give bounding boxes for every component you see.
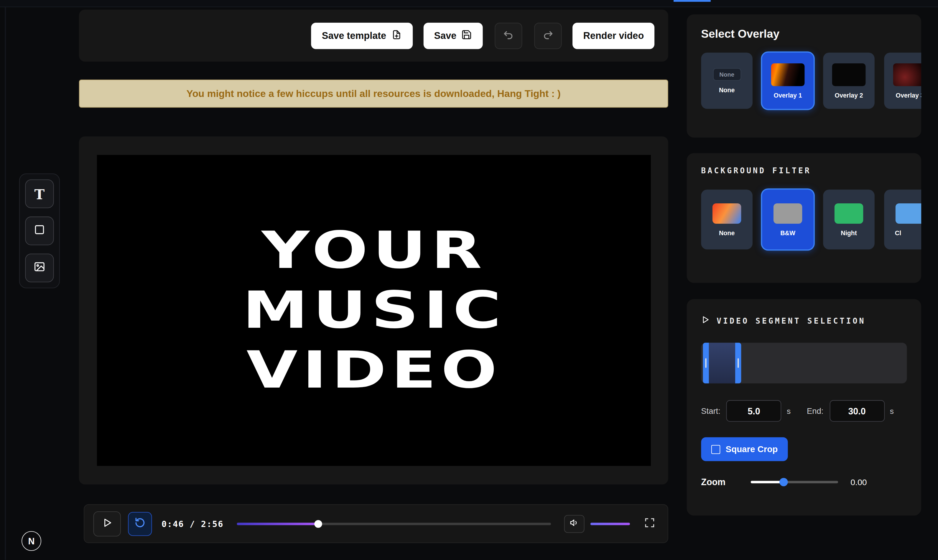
volume-icon [569,518,579,529]
time-display: 0:46 / 2:56 [161,519,223,528]
overlay-option-label: None [719,86,735,93]
zoom-slider[interactable] [750,481,838,483]
filter-option-none[interactable]: None [701,189,753,249]
filter-option-night[interactable]: Night [823,189,875,249]
render-video-label: Render video [583,30,644,41]
filter-bw-swatch [773,203,802,223]
segment-handle-start[interactable] [703,343,709,383]
volume-slider[interactable] [590,523,630,525]
seek-bar-fill [237,523,318,525]
text-tool-button[interactable]: T [25,180,54,208]
seek-bar[interactable] [237,523,551,525]
video-preview[interactable]: YOUR MUSIC VIDEO [97,155,651,466]
zoom-row: Zoom 0.00 [701,477,907,487]
left-edge-divider [5,7,6,560]
end-unit: s [890,406,894,415]
filter-option-label: B&W [780,229,795,236]
undo-icon [503,29,515,42]
segment-panel-title: VIDEO SEGMENT SELECTION [717,316,866,325]
top-accent-bar [674,0,711,2]
video-title-line-3: VIDEO [242,340,506,400]
overlay-option-1[interactable]: Overlay 1 [762,53,813,109]
notice-text: You might notice a few hiccups until all… [187,88,561,99]
redo-icon [542,29,554,42]
segment-header: VIDEO SEGMENT SELECTION [701,314,907,327]
save-template-label: Save template [322,30,386,41]
square-crop-label: Square Crop [726,445,778,454]
overlay-option-label: Overlay 3 [896,91,921,98]
handle-grip-icon [738,358,739,368]
overlay-none-badge: None [713,68,741,81]
square-crop-button[interactable]: Square Crop [701,437,788,461]
segment-timeline[interactable] [701,343,907,383]
overlay-option-2[interactable]: Overlay 2 [823,53,875,109]
square-crop-icon [711,445,720,454]
image-tool-button[interactable] [25,254,54,282]
render-video-button[interactable]: Render video [572,22,655,49]
overlay-1-thumbnail [771,63,805,86]
segment-panel: VIDEO SEGMENT SELECTION Start: s End: s … [687,299,921,516]
start-unit: s [787,406,790,415]
overlay-2-thumbnail [832,63,866,86]
zoom-slider-thumb[interactable] [780,477,788,486]
overlay-option-none[interactable]: None None [701,53,753,109]
play-icon [102,517,112,530]
overlay-card-row: None None Overlay 1 Overlay 2 Overlay 3 [701,53,907,109]
play-outline-icon [701,314,710,327]
restart-loop-button[interactable] [128,512,152,535]
overlay-option-label: Overlay 1 [774,91,802,98]
video-title-line-2: MUSIC [242,281,506,340]
top-strip [0,0,938,7]
segment-handle-end[interactable] [735,343,741,383]
overlay-panel-title: Select Overlay [701,28,907,41]
start-input[interactable] [726,400,781,422]
overlay-panel: Select Overlay None None Overlay 1 Overl… [687,14,921,138]
save-template-button[interactable]: Save template [311,22,412,49]
image-icon [34,261,46,275]
tool-palette: T [19,173,60,288]
background-filter-title: BACKGROUND FILTER [701,166,907,175]
handle-grip-icon [706,358,707,368]
filter-option-bw[interactable]: B&W [762,189,813,249]
shape-tool-button[interactable] [25,217,54,245]
overlay-3-thumbnail [893,63,921,86]
filter-none-swatch [712,203,741,223]
filter-option-label: Night [841,229,857,236]
seek-thumb[interactable] [315,520,322,527]
video-title-line-1: YOUR [242,221,506,281]
end-input[interactable] [829,400,885,422]
overlay-option-label: Overlay 2 [835,91,863,98]
filter-option-label: Cl [895,229,901,236]
player-bar: 0:46 / 2:56 [84,504,668,543]
segment-selection-region[interactable] [709,343,735,383]
square-icon [34,224,46,238]
brand-logo-letter: N [28,536,35,546]
undo-button[interactable] [495,22,522,49]
filter-4-swatch [895,203,921,223]
top-toolbar: Save template Save Render video [79,9,668,62]
end-label: End: [807,406,823,415]
text-tool-icon: T [34,186,45,202]
redo-button[interactable] [534,22,561,49]
restart-loop-icon [134,517,146,531]
zoom-label: Zoom [701,477,726,487]
filter-option-4[interactable]: Cl [884,189,921,249]
fullscreen-icon [644,517,655,530]
overlay-option-3[interactable]: Overlay 3 [884,53,921,109]
filter-card-row: None B&W Night Cl [701,189,907,249]
floppy-disk-icon [461,29,472,42]
volume-button[interactable] [564,515,584,532]
video-panel: YOUR MUSIC VIDEO [79,137,668,485]
app-viewport: Save template Save Render video You m [0,0,938,560]
brand-logo: N [22,531,41,551]
play-button[interactable] [94,511,121,536]
save-button[interactable]: Save [423,22,483,49]
notice-banner: You might notice a few hiccups until all… [79,80,668,108]
fullscreen-button[interactable] [641,515,658,532]
file-plus-icon [391,29,402,42]
background-filter-panel: BACKGROUND FILTER None B&W Night Cl [687,153,921,283]
save-label: Save [434,30,456,41]
start-label: Start: [701,406,720,415]
zoom-value: 0.00 [850,477,867,486]
filter-night-swatch [835,203,863,223]
